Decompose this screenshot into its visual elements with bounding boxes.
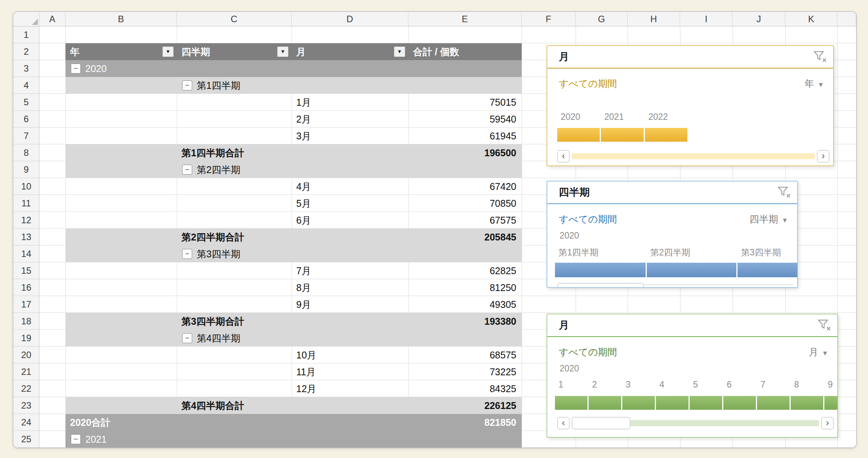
timeline-bar-segment[interactable] (601, 128, 644, 142)
row-header-14[interactable]: 14 (13, 245, 39, 262)
column-header-C[interactable]: C (177, 12, 292, 26)
timeline-bar-segment[interactable] (690, 396, 722, 410)
clear-filter-icon[interactable] (777, 186, 791, 198)
pivot-cell-label[interactable]: 第1四半期 (197, 77, 240, 94)
row-header-8[interactable]: 8 (13, 144, 39, 161)
row-header-18[interactable]: 18 (13, 313, 39, 330)
pivot-cell-label[interactable]: 第3四半期合計 (181, 313, 244, 330)
row-header-4[interactable]: 4 (13, 77, 39, 94)
pivot-cell-label[interactable]: 第4四半期合計 (181, 397, 244, 414)
timeline-bar-segment[interactable] (647, 263, 736, 277)
pivot-header-label[interactable]: 月 (296, 43, 306, 60)
timeline-bar-segment[interactable] (824, 396, 838, 410)
pivot-cell-value[interactable]: 62825 (489, 262, 516, 279)
collapse-icon[interactable]: − (182, 165, 192, 175)
timeline-bar-segment[interactable] (645, 128, 687, 142)
row-header-17[interactable]: 17 (13, 296, 39, 313)
pivot-header-label[interactable]: 四半期 (181, 43, 210, 60)
time-level-dropdown[interactable]: 月▼ (809, 346, 828, 358)
collapse-icon[interactable]: − (71, 64, 81, 74)
pivot-cell-value[interactable]: 75015 (489, 94, 516, 111)
pivot-cell-label[interactable]: 第4四半期 (197, 330, 240, 347)
pivot-cell-value[interactable]: 61945 (489, 128, 516, 144)
column-header-I[interactable]: I (680, 12, 733, 26)
row-header-1[interactable]: 1 (13, 26, 39, 43)
scroll-right-button[interactable]: › (817, 150, 829, 162)
pivot-cell-value[interactable]: 196500 (485, 144, 516, 161)
pivot-header-label[interactable]: 合計 / 個数 (413, 43, 459, 60)
timeline-bar-segment[interactable] (555, 263, 646, 277)
column-header-B[interactable]: B (65, 12, 177, 26)
row-header-7[interactable]: 7 (13, 128, 39, 144)
collapse-icon[interactable]: − (182, 249, 192, 259)
row-header-11[interactable]: 11 (13, 195, 39, 212)
scroll-left-button[interactable]: ‹ (557, 150, 569, 162)
pivot-cell-label[interactable]: 8月 (296, 279, 311, 296)
pivot-cell-label[interactable]: 11月 (296, 363, 316, 380)
timeline-bar-segment[interactable] (737, 263, 798, 277)
row-header-2[interactable]: 2 (13, 43, 39, 60)
pivot-cell-label[interactable]: 3月 (296, 128, 311, 144)
pivot-cell-value[interactable]: 59540 (489, 111, 516, 128)
column-header-H[interactable]: H (628, 12, 680, 26)
pivot-cell-label[interactable]: 12月 (296, 380, 317, 397)
row-header-13[interactable]: 13 (13, 229, 39, 245)
column-header-E[interactable]: E (408, 12, 522, 26)
collapse-icon[interactable]: − (182, 333, 192, 343)
pivot-cell-label[interactable]: 2月 (296, 111, 311, 128)
timeline-slicer-month-by-year[interactable]: 月 すべての期間 年▼ 202020212022‹› (547, 45, 834, 166)
pivot-cell-label[interactable]: 2020合計 (70, 414, 111, 431)
row-header-15[interactable]: 15 (13, 262, 39, 279)
row-header-21[interactable]: 21 (13, 363, 39, 380)
clear-filter-icon[interactable] (817, 319, 831, 331)
pivot-header-label[interactable]: 年 (70, 43, 80, 60)
column-header-K[interactable]: K (785, 12, 837, 26)
column-header-G[interactable]: G (576, 12, 628, 26)
filter-dropdown-icon[interactable]: ▼ (162, 46, 174, 57)
column-header-J[interactable]: J (733, 12, 785, 26)
timeline-bar-segment[interactable] (757, 396, 790, 410)
scroll-thumb[interactable] (558, 283, 644, 288)
column-header-D[interactable]: D (292, 12, 408, 26)
row-header-9[interactable]: 9 (13, 161, 39, 178)
scroll-left-button[interactable]: ‹ (557, 417, 569, 429)
pivot-cell-label[interactable]: 10月 (296, 347, 317, 363)
pivot-cell-value[interactable]: 68575 (489, 347, 516, 363)
scroll-right-button[interactable]: › (821, 417, 834, 429)
timeline-bar-segment[interactable] (622, 396, 655, 410)
pivot-cell-value[interactable]: 67575 (489, 212, 516, 229)
timeline-slicer-month[interactable]: 月 すべての期間 月▼ 2020 123456789‹› (547, 314, 838, 438)
column-header-partial[interactable] (837, 12, 856, 26)
row-header-25[interactable]: 25 (13, 431, 39, 448)
pivot-cell-value[interactable]: 81250 (489, 279, 516, 296)
pivot-cell-label[interactable]: 2021 (85, 431, 107, 448)
row-header-20[interactable]: 20 (13, 347, 39, 363)
pivot-cell-value[interactable]: 67420 (489, 178, 516, 195)
timeline-bar-segment[interactable] (723, 396, 756, 410)
timeline-bar-segment[interactable] (557, 128, 600, 142)
pivot-cell-label[interactable]: 1月 (296, 94, 311, 111)
row-header-19[interactable]: 19 (13, 330, 39, 347)
row-header-23[interactable]: 23 (13, 397, 39, 414)
row-header-5[interactable]: 5 (13, 94, 39, 111)
row-header-22[interactable]: 22 (13, 380, 39, 397)
filter-dropdown-icon[interactable]: ▼ (277, 46, 289, 57)
pivot-cell-label[interactable]: 第2四半期合計 (181, 229, 244, 245)
pivot-cell-label[interactable]: 7月 (296, 262, 311, 279)
clear-filter-icon[interactable] (813, 51, 827, 63)
pivot-cell-label[interactable]: 第3四半期 (197, 245, 240, 262)
time-level-dropdown[interactable]: 年▼ (804, 77, 824, 90)
row-header-10[interactable]: 10 (13, 178, 39, 195)
pivot-cell-value[interactable]: 205845 (485, 229, 516, 245)
row-header-3[interactable]: 3 (13, 60, 39, 77)
pivot-cell-label[interactable]: 第2四半期 (197, 161, 240, 178)
collapse-icon[interactable]: − (71, 434, 81, 444)
pivot-cell-value[interactable]: 193380 (485, 313, 516, 330)
pivot-cell-label[interactable]: 2020 (85, 60, 107, 77)
pivot-cell-label[interactable]: 第1四半期合計 (181, 144, 244, 161)
row-header-12[interactable]: 12 (13, 212, 39, 229)
row-header-16[interactable]: 16 (13, 279, 39, 296)
timeline-bar-segment[interactable] (791, 396, 823, 410)
select-all-corner[interactable] (13, 12, 39, 26)
pivot-cell-value[interactable]: 84325 (489, 380, 516, 397)
